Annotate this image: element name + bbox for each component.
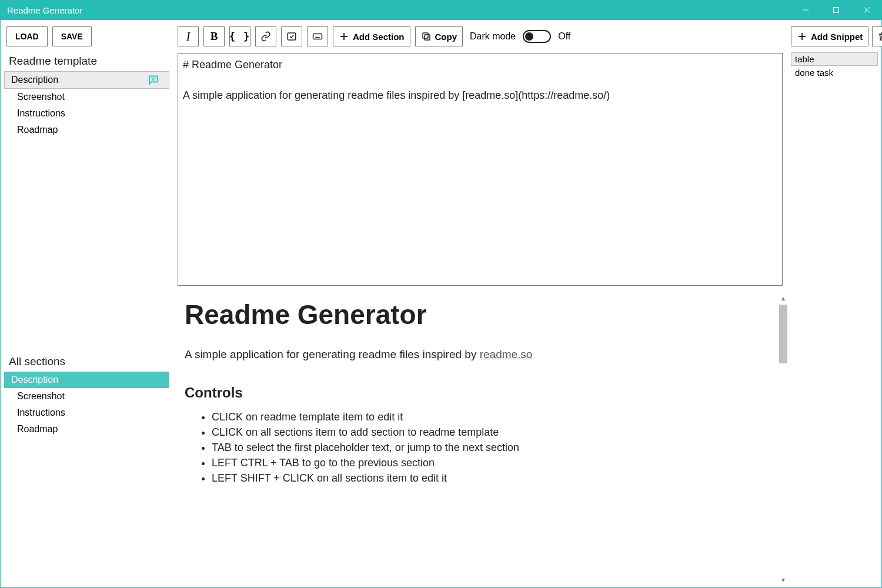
snippet-item[interactable]: done task (791, 66, 878, 79)
copy-label: Copy (435, 32, 457, 42)
all-sections-item-label: Roadmap (17, 424, 157, 435)
all-sections-item-label: Screenshot (17, 391, 157, 402)
bold-button[interactable]: B (203, 26, 225, 46)
template-item-label: Instructions (17, 108, 157, 119)
scroll-thumb[interactable] (779, 305, 787, 363)
checklist-button[interactable] (281, 26, 302, 46)
markdown-editor[interactable] (178, 54, 782, 285)
trash-icon (877, 31, 882, 42)
preview-lead-text: A simple application for generating read… (185, 348, 480, 360)
scroll-down-arrow[interactable]: ▾ (779, 576, 787, 584)
all-sections-list: DescriptionScreenshotInstructionsRoadmap (1, 372, 173, 577)
preview-controls-list: CLICK on readme template item to edit it… (185, 409, 777, 486)
all-sections-item[interactable]: Roadmap (6, 421, 167, 437)
snippet-list: tabledone task (791, 52, 878, 79)
template-heading: Readme template (1, 54, 173, 71)
chat-icon (148, 74, 159, 86)
scroll-up-arrow[interactable]: ▴ (779, 294, 787, 302)
template-item[interactable]: Screenshot (6, 89, 167, 105)
add-snippet-button[interactable]: Add Snippet (791, 26, 868, 46)
template-list: DescriptionScreenshotInstructionsRoadmap (1, 71, 173, 138)
braces-icon: { } (229, 31, 251, 42)
svg-rect-1 (834, 8, 839, 13)
window-title: Readme Generator (7, 5, 82, 15)
editor-pane (178, 53, 783, 286)
all-sections-item[interactable]: Instructions (6, 405, 167, 421)
preview-controls-item: LEFT SHIFT + CLICK on all sections item … (212, 470, 777, 486)
preview-controls-item: CLICK on readme template item to edit it (212, 409, 777, 425)
copy-icon (421, 31, 432, 42)
svg-rect-12 (288, 33, 296, 40)
add-snippet-label: Add Snippet (811, 32, 863, 42)
all-sections-heading: All sections (1, 354, 173, 372)
toggle-knob (525, 32, 533, 41)
dark-mode-label: Dark mode (470, 31, 516, 42)
preview-lead: A simple application for generating read… (185, 348, 777, 361)
svg-rect-21 (425, 35, 430, 40)
preview-lead-link[interactable]: readme.so (480, 348, 533, 360)
svg-rect-22 (423, 33, 428, 38)
add-section-button[interactable]: Add Section (333, 26, 410, 46)
minimize-icon (802, 6, 809, 14)
preview-scrollbar[interactable]: ▴ ▾ (779, 294, 787, 584)
preview-pane: Readme Generator A simple application fo… (173, 290, 787, 587)
all-sections-item[interactable]: Description (4, 372, 169, 388)
all-sections-item-label: Description (11, 375, 159, 385)
preview-controls-heading: Controls (185, 385, 777, 401)
template-item-label: Description (11, 75, 148, 85)
keyboard-button[interactable] (307, 26, 328, 46)
snippet-item[interactable]: table (791, 52, 878, 66)
sidebar-right: Add Snippet tabledone task (787, 20, 881, 587)
template-item-label: Screenshot (17, 92, 157, 102)
maximize-icon (833, 6, 840, 14)
center-column: I B { } (173, 20, 787, 587)
close-icon (863, 6, 870, 14)
copy-button[interactable]: Copy (415, 26, 463, 46)
plus-icon (339, 31, 349, 42)
preview-h1: Readme Generator (185, 299, 777, 330)
save-button[interactable]: SAVE (52, 26, 92, 46)
window-minimize-button[interactable] (790, 0, 821, 20)
code-button[interactable]: { } (229, 26, 250, 46)
preview-controls-item: CLICK on all sections item to add sectio… (212, 425, 777, 440)
all-sections-item-label: Instructions (17, 407, 157, 418)
link-button[interactable] (255, 26, 276, 46)
dark-mode-state: Off (558, 31, 570, 42)
plus-icon (797, 31, 807, 42)
window-close-button[interactable] (851, 0, 882, 20)
checkbox-icon (286, 31, 297, 42)
italic-icon: I (186, 30, 191, 44)
toolbar: I B { } (173, 26, 787, 53)
titlebar: Readme Generator (0, 0, 882, 20)
window-maximize-button[interactable] (821, 0, 851, 20)
preview-controls-item: TAB to select the first placeholder text… (212, 440, 777, 455)
all-sections-item[interactable]: Screenshot (6, 388, 167, 405)
link-icon (260, 31, 271, 42)
sidebar-left: LOAD SAVE Readme template DescriptionScr… (1, 20, 173, 587)
svg-rect-13 (313, 34, 322, 39)
template-item-label: Roadmap (17, 125, 157, 135)
preview-scroll-viewport[interactable]: Readme Generator A simple application fo… (185, 290, 777, 587)
template-item[interactable]: Instructions (6, 105, 167, 122)
load-button[interactable]: LOAD (6, 26, 48, 46)
delete-snippet-button[interactable] (872, 26, 882, 46)
italic-button[interactable]: I (178, 26, 199, 46)
bold-icon: B (211, 30, 218, 43)
template-item[interactable]: Roadmap (6, 122, 167, 138)
add-section-label: Add Section (353, 32, 405, 42)
keyboard-icon (312, 31, 323, 42)
dark-mode-toggle[interactable] (523, 30, 551, 43)
template-item[interactable]: Description (4, 71, 169, 89)
preview-controls-item: LEFT CTRL + TAB to go to the previous se… (212, 455, 777, 470)
preview-content: Readme Generator A simple application fo… (185, 290, 777, 486)
